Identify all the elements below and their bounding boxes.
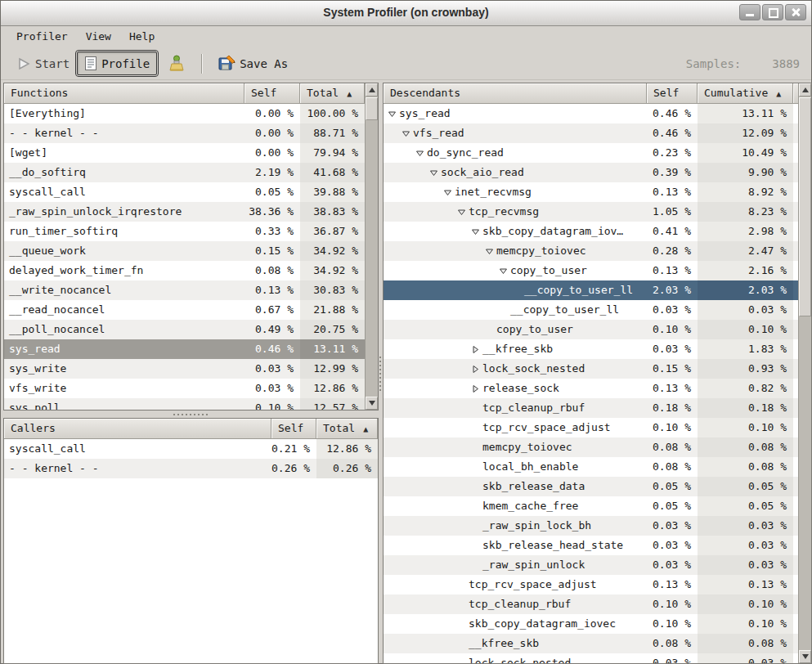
start-button[interactable]: Start (9, 52, 77, 75)
open-expander-icon[interactable] (497, 267, 509, 276)
cell-self-value: 0.13 % (647, 182, 698, 202)
table-row[interactable]: sys_poll0.10 %12.57 % (4, 398, 378, 411)
descendants-scrollbar[interactable] (798, 83, 811, 663)
tree-row[interactable]: vfs_read0.46 %12.09 % (384, 123, 811, 143)
scroll-down-button[interactable] (366, 397, 378, 410)
minimize-button[interactable] (739, 4, 760, 20)
cell-self-value: 0.03 % (244, 379, 300, 398)
tree-row[interactable]: lock_sock_nested0.15 %0.93 % (384, 359, 811, 379)
tree-row[interactable]: tcp_cleanup_rbuf0.10 %0.10 % (384, 594, 811, 614)
open-expander-icon[interactable] (469, 227, 481, 236)
closed-expander-icon[interactable] (469, 384, 481, 393)
tree-row[interactable]: skb_release_data0.05 %0.05 % (384, 477, 811, 496)
open-expander-icon[interactable] (428, 168, 439, 177)
table-row[interactable]: __do_softirq2.19 %41.68 % (4, 163, 378, 182)
tree-row[interactable]: _raw_spin_lock_bh0.03 %0.03 % (384, 516, 811, 536)
tree-row[interactable]: memcpy_toiovec0.08 %0.08 % (384, 437, 811, 457)
profile-toggle-button[interactable]: Profile (77, 52, 157, 75)
table-row[interactable]: syscall_call0.21 %12.86 % (4, 439, 378, 459)
tree-row[interactable]: copy_to_user0.13 %2.16 % (384, 261, 811, 280)
functions-scrollbar[interactable] (365, 83, 378, 410)
sort-ascending-icon: ▲ (776, 89, 781, 98)
tree-row[interactable]: __copy_to_user_ll0.03 %0.03 % (384, 300, 811, 320)
column-header-cumulative[interactable]: Cumulative▲ (698, 83, 793, 104)
tree-row[interactable]: do_sync_read0.23 %10.49 % (384, 143, 811, 163)
table-row[interactable]: vfs_write0.03 %12.86 % (4, 379, 378, 398)
tree-row[interactable]: release_sock0.13 %0.82 % (384, 379, 811, 398)
table-row[interactable]: __poll_nocancel0.49 %20.75 % (4, 320, 378, 339)
tree-row[interactable]: tcp_cleanup_rbuf0.18 %0.18 % (384, 398, 811, 418)
table-row[interactable]: sys_write0.03 %12.99 % (4, 359, 378, 379)
cell-cumulative-value: 0.82 % (698, 379, 793, 398)
tree-row[interactable]: __copy_to_user_ll2.03 %2.03 % (384, 280, 811, 300)
table-row[interactable]: sys_read0.46 %13.11 % (4, 339, 378, 359)
column-header-self[interactable]: Self (244, 83, 300, 104)
tree-row[interactable]: skb_copy_datagram_iovec0.10 %0.10 % (384, 614, 811, 634)
menu-help[interactable]: Help (120, 28, 164, 45)
cell-self-value: 0.05 % (647, 477, 698, 496)
column-header-self[interactable]: Self (271, 419, 316, 439)
table-row[interactable]: - - kernel - -0.26 %0.26 % (4, 459, 378, 478)
maximize-button[interactable] (762, 4, 783, 20)
scroll-down-button[interactable] (799, 650, 811, 663)
closed-expander-icon[interactable] (469, 365, 481, 374)
tree-row[interactable]: memcpy_toiovec0.28 %2.47 % (384, 241, 811, 261)
open-expander-icon[interactable] (400, 129, 411, 138)
column-header-functions[interactable]: Functions (4, 83, 244, 104)
column-header-total[interactable]: Total▲ (316, 419, 378, 439)
column-header-total[interactable]: Total▲ (300, 83, 365, 104)
closed-expander-icon[interactable] (469, 345, 481, 354)
tree-row[interactable]: _raw_spin_unlock0.03 %0.03 % (384, 555, 811, 575)
menu-view[interactable]: View (77, 28, 120, 45)
tree-row[interactable]: local_bh_enable0.08 %0.08 % (384, 457, 811, 477)
function-name: skb_release_data (482, 477, 585, 496)
tree-row[interactable]: skb_release_head_state0.03 %0.03 % (384, 536, 811, 555)
reset-button[interactable] (160, 51, 193, 77)
scrollbar-thumb[interactable] (366, 97, 378, 120)
scroll-up-button[interactable] (366, 83, 378, 96)
tree-row[interactable]: copy_to_user0.10 %0.10 % (384, 320, 811, 339)
table-row[interactable]: [wget]0.00 %79.94 % (4, 143, 378, 163)
open-expander-icon[interactable] (442, 188, 453, 197)
tree-row[interactable]: skb_copy_datagram_iov…0.41 %2.98 % (384, 222, 811, 241)
tree-row[interactable]: __kfree_skb0.08 %0.08 % (384, 634, 811, 653)
cell-self-value: 0.21 % (271, 439, 316, 459)
scroll-up-button[interactable] (799, 83, 811, 96)
cell-self-value: 0.03 % (647, 536, 698, 555)
table-row[interactable]: - - kernel - -0.00 %88.71 % (4, 123, 378, 143)
tree-row[interactable]: lock_sock_nested0.03 %0.03 % (384, 653, 811, 663)
table-row[interactable]: __read_nocancel0.67 %21.88 % (4, 300, 378, 320)
open-expander-icon[interactable] (414, 149, 425, 158)
cell-descendant-name: skb_copy_datagram_iovec (384, 614, 647, 634)
table-row[interactable]: __queue_work0.15 %34.92 % (4, 241, 378, 261)
tree-row[interactable]: kmem_cache_free0.05 %0.05 % (384, 496, 811, 516)
column-header-descendants[interactable]: Descendants (384, 83, 647, 104)
tree-row[interactable]: tcp_rcv_space_adjust0.10 %0.10 % (384, 418, 811, 437)
cell-self-value: 0.00 % (244, 143, 300, 163)
table-row[interactable]: delayed_work_timer_fn0.08 %34.92 % (4, 261, 378, 280)
tree-row[interactable]: __kfree_skb0.03 %1.83 % (384, 339, 811, 359)
table-row[interactable]: __write_nocancel0.13 %30.83 % (4, 280, 378, 300)
tree-row[interactable]: tcp_recvmsg1.05 %8.23 % (384, 202, 811, 222)
close-button[interactable] (785, 4, 806, 20)
cell-self-value: 0.08 % (244, 261, 300, 280)
cell-function-name: [Everything] (4, 104, 244, 123)
open-expander-icon[interactable] (483, 247, 495, 256)
table-row[interactable]: [Everything]0.00 %100.00 % (4, 104, 378, 123)
table-row[interactable]: syscall_call0.05 %39.88 % (4, 182, 378, 202)
tree-row[interactable]: sock_aio_read0.39 %9.90 % (384, 163, 811, 182)
tree-row[interactable]: inet_recvmsg0.13 %8.92 % (384, 182, 811, 202)
tree-row[interactable]: sys_read0.46 %13.11 % (384, 104, 811, 123)
horizontal-splitter[interactable] (3, 411, 378, 418)
column-header-self[interactable]: Self (647, 83, 698, 104)
table-row[interactable]: _raw_spin_unlock_irqrestore38.36 %38.83 … (4, 202, 378, 222)
open-expander-icon[interactable] (386, 110, 397, 119)
table-row[interactable]: run_timer_softirq0.33 %36.87 % (4, 222, 378, 241)
open-expander-icon[interactable] (455, 208, 467, 217)
cell-total-value: 79.94 % (300, 143, 365, 163)
save-as-button[interactable]: Save As (211, 51, 295, 76)
tree-row[interactable]: tcp_rcv_space_adjust0.13 %0.13 % (384, 575, 811, 594)
menu-profiler[interactable]: Profiler (7, 28, 77, 45)
column-header-callers[interactable]: Callers (4, 419, 271, 439)
scrollbar-thumb[interactable] (799, 97, 811, 316)
